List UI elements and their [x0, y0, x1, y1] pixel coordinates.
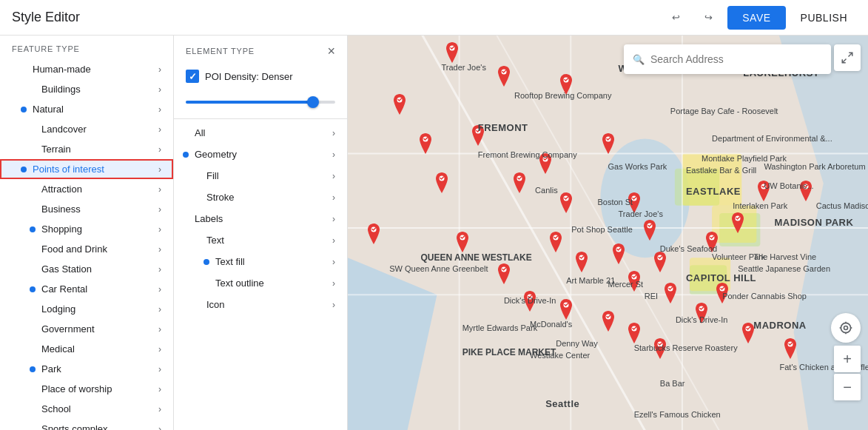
chevron-icon: › [158, 184, 161, 195]
poi-marker [391, 94, 408, 115]
svg-line-54 [849, 53, 852, 56]
poi-density-label: POI Density: Denser [205, 71, 293, 82]
close-element-panel-button[interactable]: × [327, 44, 335, 58]
element-item-text-fill[interactable]: Text fill › [174, 251, 347, 272]
feature-dot [30, 226, 36, 232]
feature-item-label: Government [41, 323, 158, 335]
feature-item-business[interactable]: Business › [0, 199, 173, 219]
zoom-controls: + − [834, 346, 861, 400]
element-item-stroke[interactable]: Stroke › [174, 187, 347, 208]
feature-item-human-made[interactable]: Human-made › [0, 59, 173, 79]
feature-item-shopping[interactable]: Shopping › [0, 219, 173, 239]
map-expand-button[interactable] [834, 44, 861, 71]
undo-button[interactable]: ↩ [662, 4, 689, 31]
feature-items-list: Human-made › Buildings › Natural › Landc… [0, 59, 173, 430]
feature-item-label: Terrain [41, 144, 158, 155]
poi-density-row: POI Density: Denser [174, 64, 347, 89]
element-item-text-outline[interactable]: Text outline › [174, 272, 347, 294]
feature-item-landcover[interactable]: Landcover › [0, 119, 173, 139]
feature-item-label: Car Rental [41, 283, 158, 295]
poi-marker [703, 232, 721, 252]
feature-item-label: Landcover [41, 124, 158, 135]
zoom-out-button[interactable]: − [834, 374, 861, 400]
poi-marker [651, 252, 669, 272]
element-dot [203, 259, 209, 265]
publish-button[interactable]: PUBLISH [792, 6, 856, 30]
feature-item-school[interactable]: School › [0, 399, 173, 419]
svg-point-57 [841, 323, 850, 332]
element-panel-header: Element type × [174, 36, 347, 64]
chevron-icon: › [332, 214, 335, 224]
poi-marker [625, 323, 643, 343]
feature-item-lodging[interactable]: Lodging › [0, 299, 173, 319]
search-icon: 🔍 [633, 54, 645, 65]
main-content: Feature type Human-made › Buildings › Na… [0, 36, 868, 430]
chevron-icon: › [158, 124, 161, 135]
feature-item-points-of-interest[interactable]: Points of interest › [0, 159, 173, 179]
feature-item-park[interactable]: Park › [0, 359, 173, 379]
chevron-icon: › [158, 84, 161, 95]
poi-density-checkbox[interactable] [186, 70, 199, 83]
chevron-icon: › [158, 104, 161, 115]
poi-marker [797, 181, 815, 201]
chevron-icon: › [158, 344, 161, 355]
feature-item-food-and-drink[interactable]: Food and Drink › [0, 239, 173, 259]
poi-marker [693, 303, 710, 323]
feature-dot [21, 107, 27, 112]
feature-item-label: School [41, 403, 158, 414]
save-button[interactable]: SAVE [727, 6, 785, 30]
slider-row [174, 89, 347, 115]
zoom-in-button[interactable]: + [834, 346, 861, 372]
feature-item-gas-station[interactable]: Gas Station › [0, 259, 173, 279]
poi-marker [651, 338, 669, 359]
redo-button[interactable]: ↪ [695, 4, 721, 31]
chevron-icon: › [332, 278, 335, 289]
feature-item-label: Buildings [41, 84, 158, 95]
element-item-label: Text fill [215, 256, 245, 267]
poi-marker [495, 263, 513, 284]
element-divider [174, 118, 347, 119]
feature-item-terrain[interactable]: Terrain › [0, 139, 173, 159]
feature-item-car-rental[interactable]: Car Rental › [0, 279, 173, 299]
feature-item-attraction[interactable]: Attraction › [0, 179, 173, 199]
map-area[interactable]: LAURELHURSTWALLINGFORDFREMONTEASTLAKEQUE… [348, 36, 868, 430]
element-item-geometry[interactable]: Geometry › [174, 144, 347, 165]
element-item-text[interactable]: Text › [174, 229, 347, 251]
element-item-labels[interactable]: Labels › [174, 208, 347, 229]
chevron-icon: › [158, 204, 161, 215]
chevron-icon: › [332, 235, 335, 246]
poi-marker [713, 283, 731, 303]
feature-item-natural[interactable]: Natural › [0, 99, 173, 119]
slider-track[interactable] [186, 101, 335, 104]
map-search-bar[interactable]: 🔍 [624, 44, 831, 74]
element-item-icon[interactable]: Icon › [174, 294, 347, 315]
chevron-icon: › [158, 244, 161, 255]
location-button[interactable] [831, 313, 861, 343]
feature-item-government[interactable]: Government › [0, 319, 173, 339]
feature-item-place-of-worship[interactable]: Place of worship › [0, 379, 173, 399]
feature-dot [21, 167, 27, 172]
element-item-fill[interactable]: Fill › [174, 165, 347, 187]
feature-item-buildings[interactable]: Buildings › [0, 79, 173, 99]
feature-item-medical[interactable]: Medical › [0, 339, 173, 359]
slider-thumb[interactable] [307, 96, 319, 108]
poi-marker [469, 125, 487, 146]
chevron-icon: › [158, 304, 161, 315]
poi-marker [521, 291, 539, 312]
chevron-icon: › [158, 164, 161, 175]
feature-item-sports-complex[interactable]: Sports complex › [0, 419, 173, 430]
feature-item-label: Place of worship [41, 383, 158, 394]
poi-marker [495, 66, 513, 87]
feature-panel: Feature type Human-made › Buildings › Na… [0, 36, 174, 430]
poi-marker [365, 224, 383, 244]
search-input[interactable] [650, 53, 822, 65]
feature-item-label: Park [41, 363, 158, 374]
poi-marker [599, 311, 617, 332]
element-item-all[interactable]: All › [174, 122, 347, 144]
element-item-label: Text outline [215, 278, 264, 289]
chevron-icon: › [332, 128, 335, 138]
chevron-icon: › [158, 404, 161, 414]
element-dot [183, 152, 189, 158]
poi-marker [557, 299, 575, 320]
svg-line-55 [842, 59, 846, 63]
